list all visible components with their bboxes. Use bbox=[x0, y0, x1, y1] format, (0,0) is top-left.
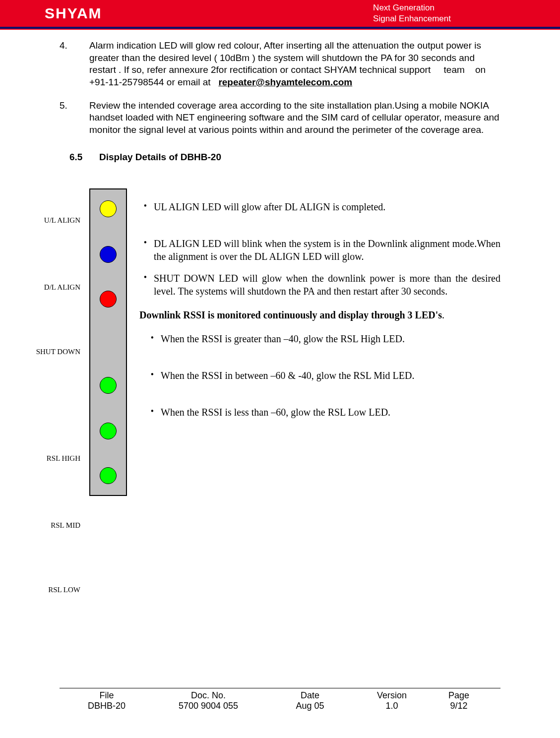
desc-mid: • When the RSSI in between –60 & -40, gl… bbox=[144, 369, 500, 382]
led-ul-align-icon bbox=[100, 200, 117, 217]
led-panel bbox=[89, 188, 127, 496]
led-diagram-zone: U/L ALIGN D/L ALIGN SHUT DOWN RSL HIGH R… bbox=[25, 188, 500, 610]
bullet-icon: • bbox=[137, 237, 154, 248]
led-rsl-mid-icon bbox=[100, 423, 117, 439]
item-number: 4. bbox=[60, 40, 89, 89]
led-label-ul: U/L ALIGN bbox=[25, 201, 84, 241]
brand-logo: SHYAM bbox=[45, 5, 102, 22]
footer-divider bbox=[60, 688, 500, 688]
rssi-bullets: • When the RSSI is greater than –40, glo… bbox=[137, 332, 500, 419]
list-item-5: 5. Review the intended coverage area acc… bbox=[60, 100, 500, 136]
desc-shut-text: SHUT DOWN LED will glow when the downlin… bbox=[154, 272, 500, 298]
desc-ul-text: UL ALIGN LED will glow after DL ALIGN is… bbox=[154, 200, 500, 213]
led-label-dl: D/L ALIGN bbox=[25, 268, 84, 308]
footer-head-date: Date bbox=[263, 690, 357, 701]
section-number: 6.5 bbox=[69, 151, 99, 164]
footer-header-row: File Doc. No. Date Version Page bbox=[60, 690, 500, 701]
desc-low-text: When the RSSI is less than –60, glow the… bbox=[161, 406, 500, 419]
content-area: 4. Alarm indication LED will glow red co… bbox=[0, 30, 560, 610]
desc-dl: • DL ALIGN LED will blink when the syste… bbox=[137, 237, 500, 263]
rssi-heading: Downlink RSSI is monitored continuously … bbox=[127, 308, 500, 321]
header-band: SHYAM Next Generation Signal Enhancement bbox=[0, 0, 560, 27]
item-number: 5. bbox=[60, 100, 89, 136]
footer-head-page: Page bbox=[427, 690, 486, 701]
page-footer: File Doc. No. Date Version Page DBHB-20 … bbox=[60, 688, 500, 711]
led-rsl-high-icon bbox=[100, 377, 117, 394]
footer-value-row: DBHB-20 5700 9004 055 Aug 05 1.0 9/12 bbox=[60, 701, 500, 711]
tagline-line2: Signal Enhancement bbox=[373, 13, 451, 24]
desc-dl-text: DL ALIGN LED will blink when the system … bbox=[154, 237, 500, 263]
item-body: Review the intended coverage area accord… bbox=[89, 100, 500, 136]
desc-ul: • UL ALIGN LED will glow after DL ALIGN … bbox=[137, 200, 500, 213]
led-description-column: • UL ALIGN LED will glow after DL ALIGN … bbox=[127, 188, 500, 442]
item-body: Alarm indication LED will glow red colou… bbox=[89, 40, 500, 89]
led-shutdown-icon bbox=[100, 291, 117, 308]
led-label-high: RSL HIGH bbox=[25, 439, 84, 479]
list-item-4: 4. Alarm indication LED will glow red co… bbox=[60, 40, 500, 89]
tagline-line1: Next Generation bbox=[373, 2, 451, 13]
footer-val-doc: 5700 9004 055 bbox=[154, 701, 263, 711]
led-label-mid: RSL MID bbox=[25, 506, 84, 546]
footer-head-file: File bbox=[60, 690, 154, 701]
desc-shut: • SHUT DOWN LED will glow when the downl… bbox=[137, 272, 500, 298]
footer-head-version: Version bbox=[357, 690, 427, 701]
bullet-icon: • bbox=[144, 332, 161, 344]
footer-val-file: DBHB-20 bbox=[60, 701, 154, 711]
led-label-shut: SHUT DOWN bbox=[25, 332, 84, 372]
section-heading: 6.5 Display Details of DBHB-20 bbox=[69, 151, 500, 164]
led-rsl-low-icon bbox=[100, 467, 117, 484]
desc-mid-text: When the RSSI in between –60 & -40, glow… bbox=[161, 369, 500, 382]
led-dl-align-icon bbox=[100, 246, 117, 263]
footer-val-date: Aug 05 bbox=[263, 701, 357, 711]
footer-head-doc: Doc. No. bbox=[154, 690, 263, 701]
rssi-heading-dot: . bbox=[442, 309, 444, 320]
bullet-icon: • bbox=[137, 200, 154, 212]
led-label-low: RSL LOW bbox=[25, 570, 84, 610]
support-email-link[interactable]: repeater@shyamtelecom.com bbox=[218, 77, 352, 87]
tagline: Next Generation Signal Enhancement bbox=[373, 2, 540, 24]
desc-low: • When the RSSI is less than –60, glow t… bbox=[144, 406, 500, 419]
footer-val-version: 1.0 bbox=[357, 701, 427, 711]
footer-val-page: 9/12 bbox=[427, 701, 486, 711]
bullet-icon: • bbox=[137, 272, 154, 283]
section-title: Display Details of DBHB-20 bbox=[99, 151, 221, 164]
bullet-icon: • bbox=[144, 369, 161, 380]
desc-high: • When the RSSI is greater than –40, glo… bbox=[144, 332, 500, 345]
led-label-column: U/L ALIGN D/L ALIGN SHUT DOWN RSL HIGH R… bbox=[25, 188, 84, 610]
bullet-icon: • bbox=[144, 406, 161, 417]
desc-high-text: When the RSSI is greater than –40, glow … bbox=[161, 332, 500, 345]
rssi-heading-bold: Downlink RSSI is monitored continuously … bbox=[139, 309, 442, 320]
